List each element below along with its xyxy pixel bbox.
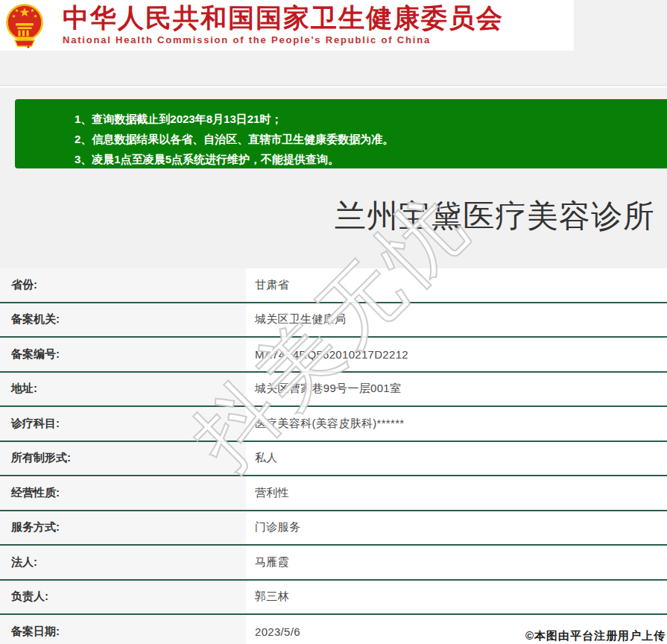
notice-line: 2、信息数据结果以各省、自治区、直辖市卫生健康委数据为准。 [75,129,660,149]
record-row: 经营性质: 营利性 [0,476,667,511]
field-value: 门诊服务 [246,511,667,545]
field-value: 医疗美容科(美容皮肤科)****** [246,407,667,441]
copyright-watermark: ©本图由平台注册用户上传 [525,629,666,643]
field-label: 地址: [0,373,246,406]
national-emblem-icon [6,2,43,48]
header-titles: 中华人民共和国国家卫生健康委员会 National Health Commiss… [63,3,504,45]
record-table: 省份: 甘肃省 备案机关: 城关区卫生健康局 备案编号: MA74E4RQ562… [0,268,667,644]
site-title-en: National Health Commission of the People… [63,34,504,45]
field-label: 法人: [0,546,246,579]
record-row: 服务方式: 门诊服务 [0,511,667,546]
record-row: 法人: 马雁霞 [0,546,667,581]
field-value: 私人 [246,442,667,476]
notice-line: 1、查询数据截止到2023年8月13日21时； [75,109,660,129]
field-label: 备案机关: [0,303,246,337]
field-label: 经营性质: [0,476,246,510]
record-row: 诊疗科目: 医疗美容科(美容皮肤科)****** [0,407,667,442]
field-value: 城关区卫生健康局 [246,303,667,337]
notice-line: 3、凌晨1点至凌晨5点系统进行维护，不能提供查询。 [75,149,660,169]
field-label: 诊疗科目: [0,407,246,441]
clinic-name-title: 兰州宝黛医疗美容诊所 [335,195,655,237]
field-label: 所有制形式: [0,442,246,476]
record-row: 备案机关: 城关区卫生健康局 [0,303,667,338]
field-label: 备案编号: [0,338,246,371]
record-row: 地址: 城关区曹家巷99号一层001室 [0,373,667,408]
page: 中华人民共和国国家卫生健康委员会 National Health Commiss… [0,0,667,644]
field-label: 服务方式: [0,511,246,545]
field-value: 马雁霞 [246,546,667,579]
record-row: 备案编号: MA74E4RQ562010217D2212 [0,338,667,373]
header-divider [0,85,667,88]
site-header: 中华人民共和国国家卫生健康委员会 National Health Commiss… [0,0,574,51]
record-row: 省份: 甘肃省 [0,268,667,303]
field-label: 负责人: [0,581,246,614]
field-label: 备案日期: [0,615,246,644]
field-label: 省份: [0,268,246,302]
record-row: 负责人: 郭三林 [0,581,667,616]
field-value: MA74E4RQ562010217D2212 [246,338,667,371]
field-value: 郭三林 [246,581,667,614]
field-value: 营利性 [246,476,667,510]
notice-panel: 1、查询数据截止到2023年8月13日21时；2、信息数据结果以各省、自治区、直… [15,99,667,168]
field-value: 城关区曹家巷99号一层001室 [246,373,667,406]
field-value: 甘肃省 [246,268,667,302]
site-title-cn: 中华人民共和国国家卫生健康委员会 [63,3,504,33]
record-row: 所有制形式: 私人 [0,442,667,477]
